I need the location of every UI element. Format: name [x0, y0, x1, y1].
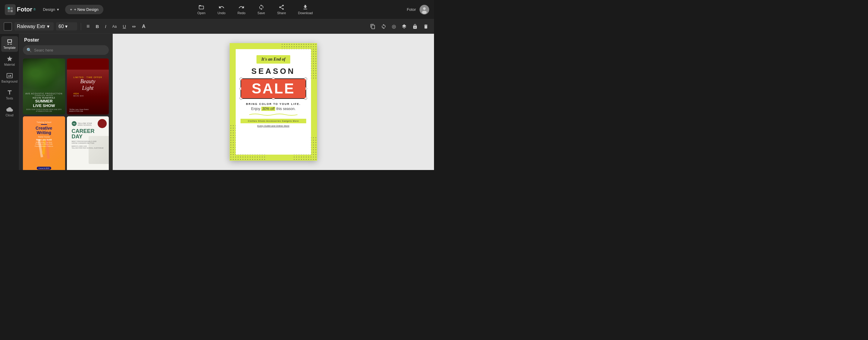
- template-label: AVE ACOUSTIC PRODUCTION: [25, 93, 63, 95]
- template-card-beauty-light[interactable]: LIMITED · TIME OFFER BeautyLight #324 MA…: [67, 59, 109, 115]
- poster-store-link[interactable]: Every Outlet and Online Store: [257, 124, 289, 127]
- template-title-creative: CreativeWriting: [28, 126, 60, 135]
- search-input[interactable]: [34, 48, 105, 53]
- download-label: Download: [298, 11, 313, 15]
- layers-icon: [401, 24, 407, 29]
- logo: Fotor®: [5, 4, 36, 15]
- font-selector[interactable]: Raleway Extr ▾: [14, 22, 54, 30]
- font-size-dropdown-icon: ▾: [65, 24, 67, 29]
- logo-icon: [5, 4, 16, 15]
- layer-button[interactable]: [400, 23, 409, 30]
- redo-button[interactable]: Redo: [235, 3, 248, 16]
- share-label: Share: [277, 11, 286, 15]
- template-price: MAIN $90: [73, 95, 102, 97]
- template-title-beauty: BeautyLight: [73, 79, 102, 91]
- left-panel: Poster 🔍 AVE ACOUSTIC PRODUCTION CHARLES…: [19, 34, 113, 170]
- flip-button[interactable]: [379, 23, 388, 30]
- sidebar-item-template[interactable]: Template: [1, 36, 18, 52]
- opacity-button[interactable]: ◎: [390, 22, 398, 30]
- template-number: #324: [73, 92, 102, 95]
- search-icon: 🔍: [27, 48, 32, 53]
- italic-button[interactable]: I: [103, 23, 108, 30]
- poster-enjoy-text[interactable]: Enjoy 30% off this season.: [251, 107, 296, 111]
- material-icon: [6, 56, 13, 62]
- template-footer: BOOK YOUR TICKETS ONLINE FROM JUNE 29TH …: [25, 109, 63, 112]
- template-date-career: MARCH 5, 2020 | 6:00 YELLOW STAR HIGH SC…: [72, 145, 104, 149]
- panel-title: Poster: [19, 34, 113, 45]
- save-button[interactable]: Save: [255, 3, 267, 16]
- template-school-career: YELLOW STAR HIGH SCHOOL: [78, 122, 92, 126]
- flip-icon: [381, 24, 386, 29]
- template-footer-creative: Course for $100: [25, 164, 63, 170]
- poster-categories-bar[interactable]: Clothes Shoes Accessories Gadgets More: [241, 119, 306, 123]
- font-name-label: Raleway Extr: [17, 24, 45, 29]
- poster-bring-text[interactable]: BRING COLOR TO YOUR LIFE.: [246, 102, 301, 105]
- user-name: Fotor: [407, 7, 416, 12]
- new-design-button[interactable]: + + New Design: [65, 5, 103, 14]
- text-color-swatch[interactable]: [4, 22, 12, 31]
- sidebar-item-background[interactable]: Background: [1, 70, 18, 86]
- sidebar-item-label-background: Background: [1, 80, 18, 83]
- font-size-selector[interactable]: 60 ▾: [56, 22, 77, 30]
- share-button[interactable]: Share: [275, 3, 288, 16]
- poster-end-of-tag[interactable]: It's an End of: [256, 55, 290, 64]
- poster-sale-text: SALE: [241, 82, 306, 96]
- download-button[interactable]: Download: [296, 3, 315, 16]
- text-case-button[interactable]: A: [140, 23, 147, 30]
- sidebar-item-label-material: Material: [4, 63, 15, 66]
- sidebar-item-label-cloud: Cloud: [5, 114, 13, 117]
- fotor-logo-svg: [7, 6, 13, 13]
- top-bar: Fotor® Design ▾ + + New Design Open Undo…: [0, 0, 434, 19]
- avatar-image: [420, 5, 429, 14]
- open-icon: [198, 4, 204, 10]
- delete-button[interactable]: [421, 23, 430, 30]
- sidebar-item-cloud[interactable]: Cloud: [1, 104, 18, 119]
- template-venue-text: YELLOW STAR HIGH SCHOOL, AUDITORIUM: [72, 147, 104, 149]
- new-design-label: + New Design: [74, 7, 98, 12]
- logo-sup: ®: [33, 8, 36, 11]
- user-avatar[interactable]: [420, 5, 429, 14]
- bold-button[interactable]: B: [94, 23, 101, 30]
- template-card-lost-memories[interactable]: AVE ACOUSTIC PRODUCTION CHARLES MOOD KEV…: [23, 59, 65, 115]
- poster-enjoy-suffix: this season.: [276, 107, 296, 111]
- lock-button[interactable]: [410, 23, 420, 30]
- underline-button[interactable]: U: [121, 23, 128, 30]
- poster-inner-card: It's an End of SEASON SALE: [236, 49, 311, 155]
- font-size-value: 60: [59, 24, 64, 29]
- undo-button[interactable]: Undo: [215, 3, 228, 16]
- template-tag-beauty: LIMITED · TIME OFFER: [73, 76, 102, 79]
- texts-icon: [6, 89, 13, 96]
- template-content-beauty: LIMITED · TIME OFFER BeautyLight #324 MA…: [71, 74, 104, 99]
- sidebar-icons: Template Material Background Texts Cloud: [0, 34, 19, 170]
- chevron-down-icon: ▾: [57, 7, 59, 12]
- poster-sale-inner: SALE: [241, 79, 306, 98]
- templates-grid: AVE ACOUSTIC PRODUCTION CHARLES MOOD KEV…: [19, 59, 113, 170]
- template-card-career-day[interactable]: YS YELLOW STAR HIGH SCHOOL CAREERDAY MEE…: [67, 116, 109, 170]
- template-divider: [41, 124, 47, 125]
- duplicate-button[interactable]: [368, 23, 377, 30]
- poster-season-text[interactable]: SEASON: [251, 67, 296, 76]
- search-bar[interactable]: 🔍: [23, 45, 109, 55]
- poster-enjoy-discount: 30% off: [261, 107, 276, 111]
- template-card-creative-writing[interactable]: Tutoring School CreativeWriting Starter …: [23, 116, 65, 170]
- plus-icon: +: [70, 7, 72, 12]
- svg-point-6: [422, 10, 427, 14]
- text-align-button[interactable]: ≡: [85, 22, 92, 31]
- text-size-button[interactable]: Aa: [111, 23, 119, 30]
- design-label: Design: [43, 7, 55, 12]
- canvas-area[interactable]: It's an End of SEASON SALE: [113, 34, 434, 170]
- save-label: Save: [257, 11, 265, 15]
- template-title-career: CAREERDAY: [72, 128, 104, 139]
- undo-label: Undo: [218, 11, 225, 15]
- template-sub-career: MEET PROFESSIONALS ANDGROW CAREERS BETTE…: [72, 141, 104, 144]
- poster-sale-wrapper[interactable]: SALE: [241, 79, 306, 99]
- letter-spacing-button[interactable]: ⇔: [130, 23, 138, 30]
- template-text: AVE ACOUSTIC PRODUCTION CHARLES MOOD KEV…: [25, 93, 63, 112]
- sidebar-item-material[interactable]: Material: [1, 53, 18, 69]
- sidebar-item-texts[interactable]: Texts: [1, 87, 18, 102]
- template-content-career: YS YELLOW STAR HIGH SCHOOL CAREERDAY MEE…: [69, 119, 107, 151]
- design-button[interactable]: Design ▾: [40, 6, 61, 13]
- open-button[interactable]: Open: [195, 3, 208, 16]
- template-icon: [6, 38, 13, 45]
- poster-canvas[interactable]: It's an End of SEASON SALE: [230, 43, 317, 161]
